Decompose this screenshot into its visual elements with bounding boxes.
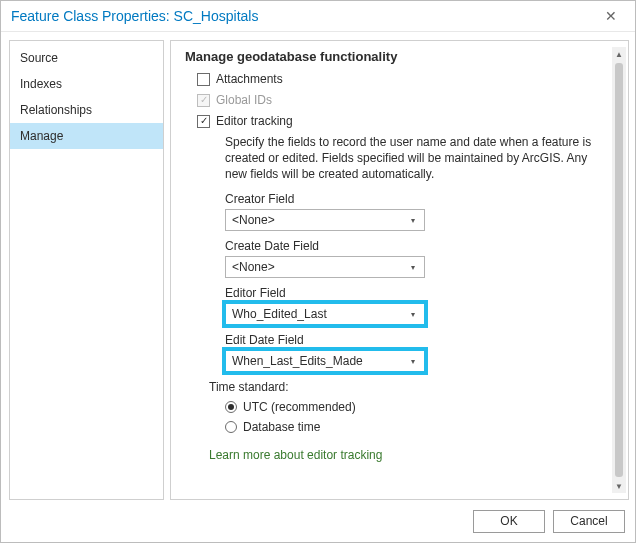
sidebar-item-label: Relationships <box>20 103 92 117</box>
sidebar-item-label: Source <box>20 51 58 65</box>
editor-tracking-row: Editor tracking <box>197 112 624 130</box>
sidebar-item-manage[interactable]: Manage <box>10 123 163 149</box>
button-label: Cancel <box>570 514 607 528</box>
close-button[interactable]: ✕ <box>595 4 627 28</box>
sidebar-item-indexes[interactable]: Indexes <box>10 71 163 97</box>
edit-date-field-group: Edit Date Field When_Last_Edits_Made ▾ <box>225 333 624 372</box>
scroll-thumb[interactable] <box>615 63 623 477</box>
scrollbar[interactable]: ▲ ▼ <box>612 47 626 493</box>
titlebar: Feature Class Properties: SC_Hospitals ✕ <box>1 1 635 32</box>
chevron-down-icon: ▾ <box>406 310 420 319</box>
close-icon: ✕ <box>605 8 617 24</box>
editor-field-combo[interactable]: Who_Edited_Last ▾ <box>225 303 425 325</box>
creator-field-group: Creator Field <None> ▾ <box>225 192 624 231</box>
create-date-field-label: Create Date Field <box>225 239 624 253</box>
radio-db[interactable] <box>225 421 237 433</box>
globalids-row: Global IDs <box>197 91 624 109</box>
editor-field-label: Editor Field <box>225 286 624 300</box>
combo-value: <None> <box>232 260 406 274</box>
window-title: Feature Class Properties: SC_Hospitals <box>11 8 595 24</box>
scroll-up-icon[interactable]: ▲ <box>612 47 626 61</box>
main-panel: Manage geodatabase functionality Attachm… <box>170 40 629 500</box>
edit-date-field-combo[interactable]: When_Last_Edits_Made ▾ <box>225 350 425 372</box>
combo-value: When_Last_Edits_Made <box>232 354 406 368</box>
button-label: OK <box>500 514 517 528</box>
chevron-down-icon: ▾ <box>406 357 420 366</box>
ok-button[interactable]: OK <box>473 510 545 533</box>
editor-tracking-description: Specify the fields to record the user na… <box>225 134 594 182</box>
learn-more-link[interactable]: Learn more about editor tracking <box>209 448 624 462</box>
dialog-body: Source Indexes Relationships Manage Mana… <box>1 32 635 500</box>
editor-tracking-label: Editor tracking <box>216 112 293 130</box>
edit-date-field-label: Edit Date Field <box>225 333 624 347</box>
cancel-button[interactable]: Cancel <box>553 510 625 533</box>
combo-value: <None> <box>232 213 406 227</box>
globalids-label: Global IDs <box>216 91 272 109</box>
section-heading: Manage geodatabase functionality <box>185 49 624 64</box>
combo-value: Who_Edited_Last <box>232 307 406 321</box>
sidebar-item-label: Indexes <box>20 77 62 91</box>
globalids-checkbox <box>197 94 210 107</box>
editor-tracking-checkbox[interactable] <box>197 115 210 128</box>
time-standard-label: Time standard: <box>209 380 624 394</box>
create-date-field-group: Create Date Field <None> ▾ <box>225 239 624 278</box>
sidebar-item-label: Manage <box>20 129 63 143</box>
radio-utc-row[interactable]: UTC (recommended) <box>225 400 624 414</box>
sidebar: Source Indexes Relationships Manage <box>9 40 164 500</box>
radio-db-label: Database time <box>243 420 320 434</box>
radio-utc-label: UTC (recommended) <box>243 400 356 414</box>
radio-db-row[interactable]: Database time <box>225 420 624 434</box>
chevron-down-icon: ▾ <box>406 263 420 272</box>
main-content: Manage geodatabase functionality Attachm… <box>171 41 628 499</box>
dialog-footer: OK Cancel <box>1 500 635 542</box>
attachments-checkbox[interactable] <box>197 73 210 86</box>
editor-field-group: Editor Field Who_Edited_Last ▾ <box>225 286 624 325</box>
creator-field-combo[interactable]: <None> ▾ <box>225 209 425 231</box>
attachments-row: Attachments <box>197 70 624 88</box>
create-date-field-combo[interactable]: <None> ▾ <box>225 256 425 278</box>
radio-utc[interactable] <box>225 401 237 413</box>
dialog-window: Feature Class Properties: SC_Hospitals ✕… <box>0 0 636 543</box>
scroll-down-icon[interactable]: ▼ <box>612 479 626 493</box>
sidebar-item-relationships[interactable]: Relationships <box>10 97 163 123</box>
sidebar-item-source[interactable]: Source <box>10 45 163 71</box>
creator-field-label: Creator Field <box>225 192 624 206</box>
attachments-label: Attachments <box>216 70 283 88</box>
chevron-down-icon: ▾ <box>406 216 420 225</box>
